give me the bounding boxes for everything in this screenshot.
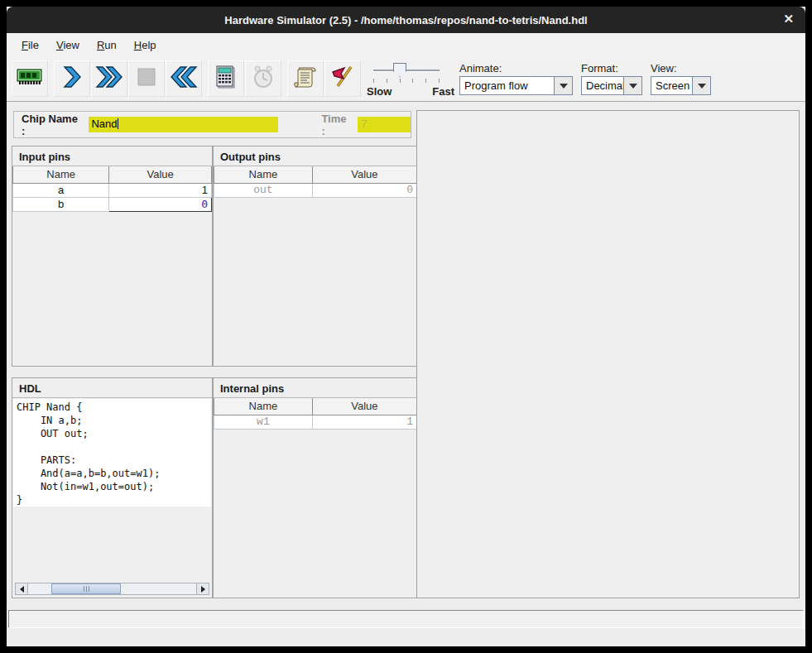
- status-bar: [8, 610, 804, 628]
- pin-name-w1: w1: [214, 415, 313, 429]
- triangle-right-icon: [201, 586, 205, 593]
- format-label: Format:: [581, 62, 642, 74]
- pin-name-b: b: [13, 197, 109, 211]
- scrollbar-track[interactable]: [28, 583, 196, 594]
- hdl-title: HDL: [12, 378, 212, 398]
- pin-value-w1: 1: [312, 415, 416, 429]
- column-header-name: Name: [13, 166, 109, 183]
- output-pins-title: Output pins: [214, 146, 417, 166]
- calculator-button[interactable]: [208, 60, 244, 97]
- input-pins-table: Name Value a 1 b 0: [12, 166, 212, 212]
- pin-value-out: 0: [312, 183, 416, 197]
- pin-name-a: a: [13, 183, 109, 197]
- pin-value-b[interactable]: 0: [109, 197, 212, 211]
- clock-button[interactable]: [245, 60, 281, 97]
- main-content: Chip Name : Nand Time : 7 Input pins Nam…: [7, 102, 805, 646]
- time-field: 7: [358, 117, 411, 132]
- clock-icon: [251, 65, 276, 93]
- breakpoint-flag-icon: [330, 65, 355, 93]
- hdl-code-view[interactable]: CHIP Nand { IN a,b; OUT out; PARTS: And(…: [13, 399, 211, 507]
- input-pins-title: Input pins: [12, 146, 212, 166]
- screen-view-panel: [416, 110, 800, 598]
- animate-select[interactable]: Program flow: [459, 76, 573, 95]
- chevron-down-icon: [560, 84, 568, 89]
- column-header-value: Value: [312, 166, 416, 183]
- output-pins-table: Name Value out 0: [214, 166, 417, 198]
- animate-combo-group: Animate: Program flow: [459, 62, 573, 95]
- calculator-icon: [215, 65, 237, 93]
- window-title: Hardware Simulator (2.5) - /home/thomas/…: [224, 14, 587, 26]
- slider-ticks: [373, 79, 440, 84]
- breakpoint-button[interactable]: [324, 60, 361, 97]
- stop-icon: [137, 67, 156, 90]
- animate-label: Animate:: [459, 62, 573, 74]
- toolbar: Slow Fast Animate: Program flow Format: …: [7, 57, 805, 102]
- menu-help[interactable]: Help: [126, 36, 166, 55]
- table-row: w1 1: [214, 415, 417, 429]
- format-combo-group: Format: Decimal: [581, 62, 642, 95]
- animate-dropdown-button[interactable]: [554, 77, 572, 94]
- slider-label-slow: Slow: [367, 85, 392, 98]
- chevron-down-icon: [698, 84, 706, 89]
- table-row: a 1: [13, 183, 212, 197]
- stop-button[interactable]: [128, 60, 165, 97]
- input-pins-panel: Input pins Name Value a 1 b 0: [12, 146, 213, 367]
- reset-icon: [170, 65, 198, 92]
- time-label: Time :: [321, 113, 353, 137]
- internal-pins-table: Name Value w1 1: [214, 398, 417, 430]
- script-button[interactable]: [287, 60, 324, 97]
- view-dropdown-button[interactable]: [692, 77, 710, 94]
- internal-pins-panel: Internal pins Name Value w1 1: [213, 377, 418, 598]
- view-label: View:: [651, 62, 711, 74]
- scrollbar-thumb[interactable]: [51, 583, 121, 594]
- menu-run[interactable]: Run: [89, 36, 126, 55]
- script-icon: [294, 65, 317, 92]
- column-header-value: Value: [109, 166, 212, 183]
- menu-file[interactable]: File: [13, 36, 48, 55]
- menu-bar: File View Run Help: [7, 33, 805, 57]
- scroll-left-button[interactable]: [16, 583, 28, 594]
- app-window: Hardware Simulator (2.5) - /home/thomas/…: [7, 7, 805, 646]
- output-pins-panel: Output pins Name Value out 0: [213, 146, 418, 367]
- hdl-panel: HDL CHIP Nand { IN a,b; OUT out; PARTS: …: [12, 377, 213, 598]
- text-caret: [118, 118, 118, 129]
- pin-name-out: out: [214, 183, 313, 197]
- speed-slider: Slow Fast: [368, 60, 448, 98]
- view-select[interactable]: Screen: [651, 76, 711, 95]
- pin-value-a[interactable]: 1: [109, 183, 212, 197]
- single-step-icon: [61, 65, 83, 92]
- format-value: Decimal: [582, 77, 623, 94]
- single-step-button[interactable]: [54, 60, 90, 97]
- close-icon[interactable]: ✕: [783, 12, 794, 26]
- triangle-left-icon: [20, 586, 24, 593]
- load-chip-button[interactable]: [12, 60, 48, 97]
- menu-view[interactable]: View: [48, 36, 89, 55]
- hdl-horizontal-scrollbar[interactable]: [15, 583, 209, 595]
- column-header-value: Value: [312, 398, 416, 415]
- format-select[interactable]: Decimal: [581, 76, 642, 95]
- slider-label-fast: Fast: [432, 85, 454, 98]
- chip-name-input[interactable]: Nand: [89, 117, 278, 132]
- scroll-right-button[interactable]: [196, 583, 209, 594]
- reset-button[interactable]: [166, 60, 202, 97]
- column-header-name: Name: [214, 166, 313, 183]
- slider-track: [373, 70, 440, 72]
- view-combo-group: View: Screen: [651, 62, 711, 95]
- chip-name-label: Chip Name :: [22, 113, 84, 137]
- chip-icon: [17, 67, 43, 90]
- run-icon: [95, 65, 123, 92]
- slider-thumb[interactable]: [393, 63, 406, 77]
- table-row: b 0: [13, 197, 212, 211]
- table-row: out 0: [214, 183, 417, 197]
- animate-value: Program flow: [460, 77, 554, 94]
- title-bar: Hardware Simulator (2.5) - /home/thomas/…: [7, 7, 805, 33]
- chevron-down-icon: [629, 84, 637, 89]
- run-button[interactable]: [91, 60, 127, 97]
- internal-pins-title: Internal pins: [214, 378, 417, 398]
- column-header-name: Name: [214, 398, 313, 415]
- format-dropdown-button[interactable]: [623, 77, 641, 94]
- view-value: Screen: [651, 77, 692, 94]
- chip-name-bar: Chip Name : Nand Time : 7: [13, 111, 411, 138]
